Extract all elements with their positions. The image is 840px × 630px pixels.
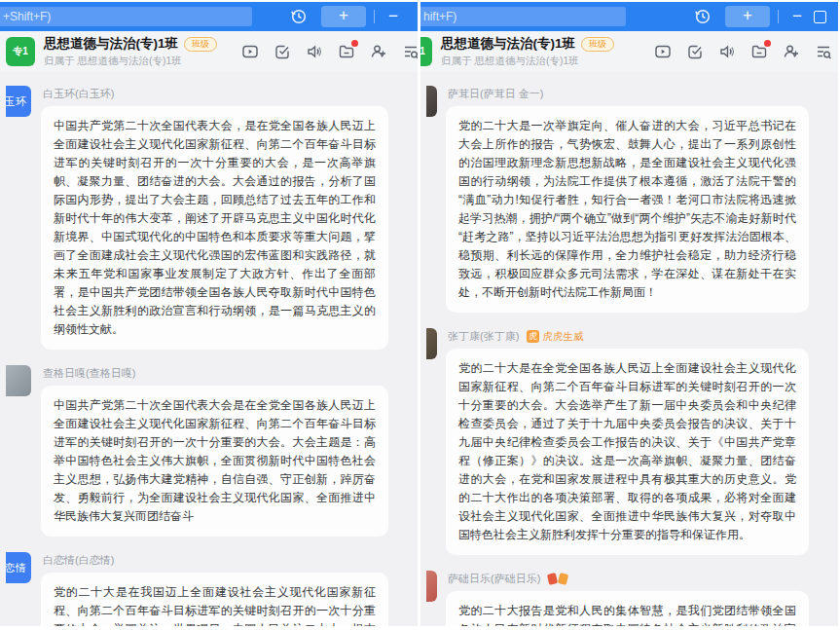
message: 玉环 白玉环(白玉环) 中国共产党第二十次全国代表大会，是在党全国各族人民迈上全… bbox=[0, 78, 418, 357]
history-icon[interactable] bbox=[290, 8, 308, 25]
titlebar: +Shift+F) + − bbox=[0, 2, 418, 31]
new-chat-button[interactable]: + bbox=[725, 6, 770, 27]
chat-window-left: +Shift+F) + − 专1 思想道德与法治(专)1班 班级 归属于 思想道… bbox=[0, 2, 418, 626]
group-avatar[interactable]: 专1 bbox=[6, 37, 35, 66]
message-list[interactable]: 玉环 白玉环(白玉环) 中国共产党第二十次全国代表大会，是在党全国各族人民迈上全… bbox=[0, 72, 418, 626]
history-icon[interactable] bbox=[694, 8, 712, 25]
member-title-badge: 虎 虎虎生威 bbox=[527, 330, 583, 344]
group-title: 思想道德与法治(专)1班 bbox=[441, 35, 575, 53]
minimize-button[interactable]: − bbox=[786, 7, 808, 26]
chat-header: 专1 思想道德与法治(专)1班 班级 归属于 思想道德与法治(专)1班 bbox=[420, 31, 838, 72]
header-actions bbox=[241, 43, 418, 60]
member-avatar[interactable]: 恋情 bbox=[6, 552, 31, 583]
message: 恋情 白恋情(白恋情) 党的二十大是在我国迈上全面建设社会主义现代化国家新征程、… bbox=[0, 544, 418, 626]
group-badge: 班级 bbox=[581, 37, 614, 52]
tiger-badge-icon: 虎 bbox=[527, 330, 539, 343]
group-title: 思想道德与法治(专)1班 bbox=[44, 35, 178, 53]
folder-icon[interactable] bbox=[338, 43, 355, 60]
notification-dot bbox=[764, 40, 771, 47]
member-title-text: 虎虎生威 bbox=[542, 330, 583, 344]
header-actions bbox=[654, 43, 832, 60]
titlebar: hift+F) + − bbox=[420, 2, 838, 31]
group-subtitle: 归属于 思想道德与法治(专)1班 bbox=[441, 55, 614, 68]
group-subtitle: 归属于 思想道德与法治(专)1班 bbox=[44, 55, 217, 68]
member-avatar[interactable] bbox=[6, 365, 31, 396]
member-avatar[interactable] bbox=[426, 328, 437, 359]
speaker-icon[interactable] bbox=[306, 43, 323, 60]
video-call-icon[interactable] bbox=[654, 43, 672, 60]
group-avatar[interactable]: 专1 bbox=[420, 37, 432, 66]
search-input[interactable]: hift+F) bbox=[420, 7, 626, 26]
sender-name: 白恋情(白恋情) bbox=[43, 553, 114, 568]
member-avatar[interactable]: 玉环 bbox=[6, 86, 31, 117]
sender-name: 张丁康(张丁康) bbox=[448, 329, 519, 344]
message: 查格日嘎(查格日嘎) 中国共产党第二十次全国代表大会是在全党全国各族人民迈上全面… bbox=[0, 357, 418, 544]
message-bubble[interactable]: 党的二十大报告是党和人民的集体智慧，是我们党团结带领全国各族人民在新时代新征程夺… bbox=[446, 591, 809, 626]
sender-name: 白玉环(白玉环) bbox=[43, 87, 114, 101]
task-check-icon[interactable] bbox=[274, 43, 291, 60]
new-chat-button[interactable]: + bbox=[321, 6, 366, 27]
message-bubble[interactable]: 党的二十大是在全党全国各族人民迈上全面建设社会主义现代化国家新征程、向第二个百年… bbox=[446, 349, 809, 555]
search-input[interactable]: +Shift+F) bbox=[0, 7, 252, 26]
notification-dot bbox=[351, 40, 358, 47]
member-avatar[interactable] bbox=[426, 571, 437, 602]
speaker-icon[interactable] bbox=[718, 43, 736, 60]
group-info: 思想道德与法治(专)1班 班级 归属于 思想道德与法治(专)1班 bbox=[44, 35, 217, 68]
add-member-icon[interactable] bbox=[783, 43, 800, 60]
sender-name: 查格日嘎(查格日嘎) bbox=[43, 366, 135, 381]
message-bubble[interactable]: 党的二十大是在我国迈上全面建设社会主义现代化国家新征程、向第二个百年奋斗目标进军… bbox=[41, 573, 388, 626]
sender-name: 萨茸日(萨茸日 金一) bbox=[448, 87, 543, 101]
message-list[interactable]: 萨茸日(萨茸日 金一) 党的二十大是一次举旗定向、催人奋进的大会，习近平总书记在… bbox=[420, 72, 838, 626]
chat-window-right: hift+F) + − 专1 思想道德与法治(专)1班 班级 归属于 思想道德与… bbox=[420, 2, 838, 626]
titlebar-divider bbox=[778, 10, 779, 23]
message-bubble[interactable]: 中国共产党第二十次全国代表大会，是在党全国各族人民迈上全面建设社会主义现代化国家… bbox=[41, 106, 388, 350]
chat-history-search-icon[interactable] bbox=[402, 43, 418, 60]
message-bubble[interactable]: 党的二十大是一次举旗定向、催人奋进的大会，习近平总书记在大会上所作的报告，气势恢… bbox=[446, 106, 809, 313]
minimize-button[interactable]: − bbox=[383, 7, 404, 26]
task-check-icon[interactable] bbox=[686, 43, 704, 60]
member-avatar[interactable] bbox=[426, 86, 437, 117]
message: 萨础日乐(萨础日乐) 党的二十大报告是党和人民的集体智慧，是我们党团结带领全国各… bbox=[420, 563, 838, 626]
sticker-icon bbox=[548, 574, 567, 584]
titlebar-divider bbox=[374, 10, 375, 23]
sender-name: 萨础日乐(萨础日乐) bbox=[448, 572, 540, 586]
video-call-icon[interactable] bbox=[241, 43, 259, 60]
group-info: 思想道德与法治(专)1班 班级 归属于 思想道德与法治(专)1班 bbox=[441, 35, 614, 68]
folder-icon[interactable] bbox=[750, 43, 768, 60]
chat-header: 专1 思想道德与法治(专)1班 班级 归属于 思想道德与法治(专)1班 bbox=[0, 31, 418, 72]
group-badge: 班级 bbox=[184, 37, 217, 52]
message-bubble[interactable]: 中国共产党第二十次全国代表大会是在全党全国各族人民迈上全面建设社会主义现代化国家… bbox=[41, 386, 388, 537]
maximize-button[interactable] bbox=[814, 11, 826, 23]
message: 张丁康(张丁康) 虎 虎虎生威 党的二十大是在全党全国各族人民迈上全面建设社会主… bbox=[420, 320, 838, 563]
add-member-icon[interactable] bbox=[370, 43, 387, 60]
message: 萨茸日(萨茸日 金一) 党的二十大是一次举旗定向、催人奋进的大会，习近平总书记在… bbox=[420, 78, 838, 320]
chat-history-search-icon[interactable] bbox=[815, 43, 832, 60]
